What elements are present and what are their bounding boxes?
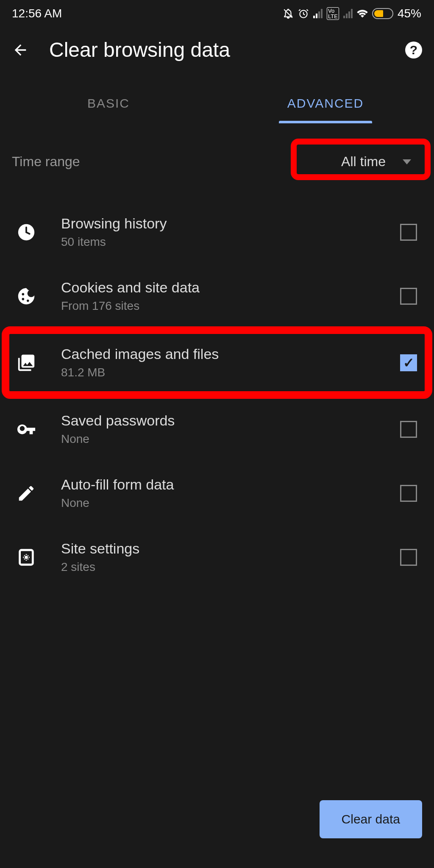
tabs: BASIC ADVANCED: [0, 87, 434, 122]
checkbox[interactable]: [400, 421, 417, 438]
item-subtitle: 2 sites: [61, 560, 376, 574]
item-autofill[interactable]: Auto-fill form data None: [0, 461, 434, 525]
chevron-down-icon: [403, 159, 411, 164]
item-subtitle: 50 items: [61, 235, 376, 249]
tab-basic[interactable]: BASIC: [0, 87, 217, 122]
battery-percent: 45%: [398, 7, 421, 20]
tab-advanced[interactable]: ADVANCED: [217, 87, 434, 122]
item-title: Site settings: [61, 540, 376, 557]
checkbox[interactable]: [400, 288, 417, 305]
alarm-icon: [298, 8, 309, 19]
time-range-dropdown[interactable]: All time: [330, 146, 422, 177]
item-text: Site settings 2 sites: [61, 540, 376, 574]
checkbox[interactable]: [400, 224, 417, 241]
item-title: Cookies and site data: [61, 279, 376, 296]
status-time: 12:56 AM: [12, 7, 62, 20]
item-subtitle: 81.2 MB: [61, 366, 376, 379]
settings-page-icon: [15, 546, 37, 568]
item-saved-passwords[interactable]: Saved passwords None: [0, 397, 434, 461]
time-range-row: Time range All time: [0, 123, 434, 200]
item-text: Auto-fill form data None: [61, 476, 376, 510]
back-arrow-icon[interactable]: [12, 42, 29, 58]
checkbox[interactable]: [400, 354, 417, 371]
item-subtitle: None: [61, 496, 376, 510]
item-text: Cached images and files 81.2 MB: [61, 346, 376, 379]
notifications-off-icon: [283, 8, 294, 19]
item-site-settings[interactable]: Site settings 2 sites: [0, 525, 434, 589]
help-icon[interactable]: ?: [405, 42, 422, 58]
signal-icon-2: [343, 9, 353, 18]
checkbox[interactable]: [400, 549, 417, 566]
battery-icon: [372, 8, 393, 19]
item-subtitle: From 176 sites: [61, 299, 376, 313]
key-icon: [15, 418, 37, 440]
signal-icon-1: [313, 9, 323, 18]
item-text: Cookies and site data From 176 sites: [61, 279, 376, 313]
volte-badge: VoLTE: [327, 7, 339, 20]
pencil-icon: [15, 482, 37, 504]
clock-icon: [15, 221, 37, 243]
item-title: Browsing history: [61, 215, 376, 232]
item-subtitle: None: [61, 432, 376, 446]
svg-point-3: [25, 556, 28, 559]
wifi-icon: [357, 8, 368, 19]
status-icons: VoLTE 45%: [283, 7, 421, 20]
status-bar: 12:56 AM VoLTE 45%: [0, 0, 434, 25]
page-title: Clear browsing data: [49, 38, 385, 61]
header: Clear browsing data ?: [0, 25, 434, 74]
cookie-icon: [15, 285, 37, 307]
item-text: Browsing history 50 items: [61, 215, 376, 249]
time-range-label: Time range: [12, 154, 80, 170]
item-text: Saved passwords None: [61, 412, 376, 446]
clear-data-button[interactable]: Clear data: [320, 800, 422, 838]
checkbox[interactable]: [400, 485, 417, 502]
item-browsing-history[interactable]: Browsing history 50 items: [0, 200, 434, 264]
item-cookies[interactable]: Cookies and site data From 176 sites: [0, 264, 434, 328]
item-title: Auto-fill form data: [61, 476, 376, 493]
item-cached-images[interactable]: Cached images and files 81.2 MB: [0, 328, 434, 397]
item-title: Cached images and files: [61, 346, 376, 362]
time-range-value: All time: [341, 154, 386, 170]
images-icon: [15, 352, 37, 374]
item-title: Saved passwords: [61, 412, 376, 429]
